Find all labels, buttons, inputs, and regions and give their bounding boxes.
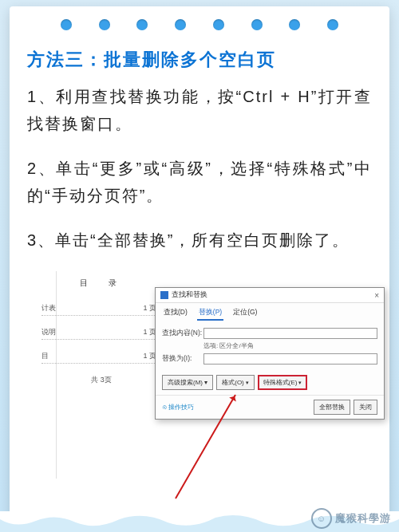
options-row: 选项: 区分全/半角 (203, 341, 377, 350)
replace-all-button[interactable]: 全部替换 (314, 400, 350, 415)
dialog-titlebar: 查找和替换 × (156, 288, 384, 303)
replace-input[interactable] (203, 353, 377, 365)
close-button[interactable]: 关闭 (354, 400, 377, 415)
tab-find[interactable]: 查找(D) (162, 306, 189, 321)
replace-label: 替换为(I): (162, 354, 203, 364)
close-icon[interactable]: × (374, 291, 379, 300)
note-sheet: 方法三：批量删除多个空白页 1、利用查找替换功能，按“Ctrl + H”打开查找… (10, 6, 389, 532)
dialog-title: 查找和替换 (172, 290, 207, 300)
dialog-tabs: 查找(D) 替换(P) 定位(G) (156, 303, 384, 321)
app-icon (160, 291, 168, 299)
watermark: ☺ 魔猴科學游 (311, 508, 391, 529)
find-input[interactable] (203, 328, 377, 339)
toc-row: 计表1 页 (41, 303, 156, 316)
tab-replace[interactable]: 替换(P) (197, 306, 223, 321)
step-2: 2、单击“更多”或“高级”，选择“特殊格式”中的“手动分页符”。 (27, 155, 372, 209)
toc-row: 说明1 页 (41, 327, 156, 340)
toc-title: 目 录 (41, 278, 161, 289)
step-1: 1、利用查找替换功能，按“Ctrl + H”打开查找替换窗口。 (27, 83, 372, 137)
format-button[interactable]: 格式(O) (216, 375, 255, 390)
find-label: 查找内容(N): (162, 329, 203, 338)
watermark-text: 魔猴科學游 (335, 511, 391, 526)
binder-holes (10, 19, 389, 30)
toc-panel: 目 录 计表1 页 说明1 页 目1 页 共 3页 (41, 278, 161, 385)
step-3: 3、单击“全部替换”，所有空白页删除了。 (27, 227, 372, 254)
tips-link[interactable]: ⊙ 操作技巧 (162, 403, 194, 412)
more-button[interactable]: 高级搜索(M) ▾ (162, 375, 213, 390)
toc-total: 共 3页 (41, 375, 161, 385)
tab-goto[interactable]: 定位(G) (231, 306, 259, 321)
find-replace-dialog: 查找和替换 × 查找(D) 替换(P) 定位(G) 查找内容(N): 选项: 区… (155, 287, 385, 420)
section-title: 方法三：批量删除多个空白页 (27, 48, 372, 72)
special-format-button[interactable]: 特殊格式(E) (258, 375, 308, 390)
screenshot-area: 目 录 计表1 页 说明1 页 目1 页 共 3页 查找和替换 × 查找(D) … (27, 271, 372, 479)
watermark-logo-icon: ☺ (311, 508, 332, 529)
toc-row: 目1 页 (41, 351, 156, 364)
